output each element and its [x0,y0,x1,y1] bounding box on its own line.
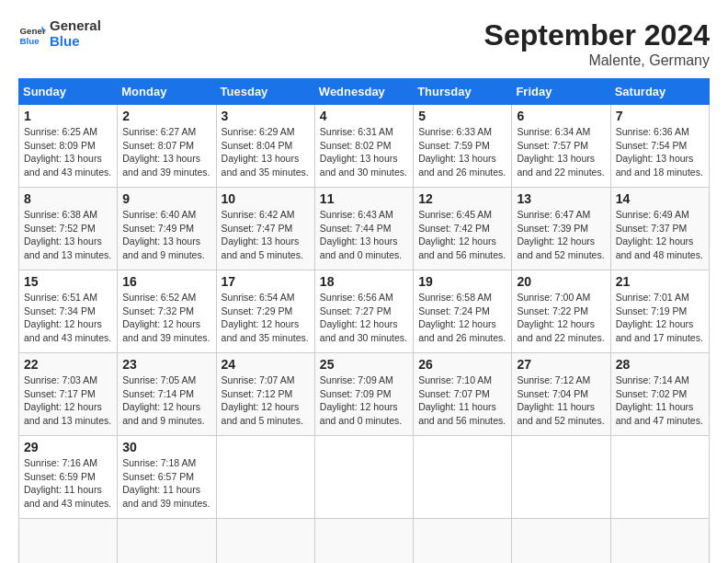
day-info: Sunrise: 7:16 AM Sunset: 6:59 PM Dayligh… [24,456,112,511]
day-number: 20 [517,274,605,289]
day-number: 4 [320,109,408,123]
day-number: 3 [222,109,310,123]
calendar-cell: 14 Sunrise: 6:49 AM Sunset: 7:37 PM Dayl… [610,188,709,270]
day-number: 16 [122,274,210,289]
calendar-cell: 23 Sunrise: 7:05 AM Sunset: 7:14 PM Dayl… [118,353,216,436]
day-info: Sunrise: 7:10 AM Sunset: 7:07 PM Dayligh… [418,373,506,428]
col-tuesday: Tuesday [216,79,314,105]
calendar-cell: 13 Sunrise: 6:47 AM Sunset: 7:39 PM Dayl… [512,188,610,270]
calendar-cell [118,519,216,564]
day-number: 11 [320,191,408,206]
col-sunday: Sunday [19,79,118,105]
day-number: 8 [24,191,112,206]
calendar-cell: 3 Sunrise: 6:29 AM Sunset: 8:04 PM Dayli… [216,105,314,188]
calendar-cell: 22 Sunrise: 7:03 AM Sunset: 7:17 PM Dayl… [19,353,118,436]
calendar-cell: 7 Sunrise: 6:36 AM Sunset: 7:54 PM Dayli… [610,105,709,188]
calendar-cell: 8 Sunrise: 6:38 AM Sunset: 7:52 PM Dayli… [19,188,118,270]
calendar-cell: 26 Sunrise: 7:10 AM Sunset: 7:07 PM Dayl… [414,353,512,436]
day-info: Sunrise: 7:12 AM Sunset: 7:04 PM Dayligh… [517,373,605,428]
calendar-cell: 5 Sunrise: 6:33 AM Sunset: 7:59 PM Dayli… [414,105,512,188]
calendar-cell [314,436,413,519]
calendar-cell: 20 Sunrise: 7:00 AM Sunset: 7:22 PM Dayl… [512,270,610,353]
svg-text:Blue: Blue [20,35,40,45]
day-number: 6 [517,109,605,123]
calendar-cell: 15 Sunrise: 6:51 AM Sunset: 7:34 PM Dayl… [19,270,118,353]
calendar-cell: 29 Sunrise: 7:16 AM Sunset: 6:59 PM Dayl… [19,436,118,519]
day-number: 14 [616,191,704,206]
logo: General Blue General Blue [18,18,101,49]
calendar-row-2: 15 Sunrise: 6:51 AM Sunset: 7:34 PM Dayl… [19,270,710,353]
day-number: 21 [616,274,704,289]
day-info: Sunrise: 6:33 AM Sunset: 7:59 PM Dayligh… [418,125,506,179]
day-number: 19 [418,274,506,289]
day-number: 26 [418,357,506,372]
logo-general: General [50,18,101,34]
calendar-row-3: 22 Sunrise: 7:03 AM Sunset: 7:17 PM Dayl… [19,353,710,436]
calendar-table: Sunday Monday Tuesday Wednesday Thursday… [18,78,710,563]
day-info: Sunrise: 6:51 AM Sunset: 7:34 PM Dayligh… [24,291,112,345]
day-number: 28 [616,357,704,372]
calendar-row-0: 1 Sunrise: 6:25 AM Sunset: 8:09 PM Dayli… [19,105,710,188]
calendar-cell: 12 Sunrise: 6:45 AM Sunset: 7:42 PM Dayl… [414,188,512,270]
day-info: Sunrise: 7:09 AM Sunset: 7:09 PM Dayligh… [320,373,408,428]
calendar-cell: 10 Sunrise: 6:42 AM Sunset: 7:47 PM Dayl… [216,188,314,270]
calendar-cell: 4 Sunrise: 6:31 AM Sunset: 8:02 PM Dayli… [314,105,413,188]
day-number: 24 [222,357,310,372]
day-info: Sunrise: 6:42 AM Sunset: 7:47 PM Dayligh… [222,208,310,262]
day-number: 25 [320,357,408,372]
day-number: 2 [122,109,210,123]
day-number: 15 [24,274,112,289]
calendar-cell [414,519,512,564]
day-number: 17 [222,274,310,289]
calendar-cell: 11 Sunrise: 6:43 AM Sunset: 7:44 PM Dayl… [314,188,413,270]
day-number: 29 [24,440,112,454]
calendar-cell: 18 Sunrise: 6:56 AM Sunset: 7:27 PM Dayl… [314,270,413,353]
calendar-cell: 6 Sunrise: 6:34 AM Sunset: 7:57 PM Dayli… [512,105,610,188]
calendar-cell [610,436,709,519]
day-info: Sunrise: 7:01 AM Sunset: 7:19 PM Dayligh… [616,291,704,345]
title-block: September 2024 Malente, Germany [484,18,710,69]
page-header: General Blue General Blue September 2024… [18,18,710,69]
day-info: Sunrise: 7:00 AM Sunset: 7:22 PM Dayligh… [517,291,605,345]
calendar-cell: 28 Sunrise: 7:14 AM Sunset: 7:02 PM Dayl… [610,353,709,436]
day-info: Sunrise: 6:58 AM Sunset: 7:24 PM Dayligh… [418,291,506,345]
day-info: Sunrise: 6:25 AM Sunset: 8:09 PM Dayligh… [24,125,112,179]
day-info: Sunrise: 7:14 AM Sunset: 7:02 PM Dayligh… [616,373,704,428]
day-info: Sunrise: 6:52 AM Sunset: 7:32 PM Dayligh… [122,291,210,345]
day-info: Sunrise: 6:43 AM Sunset: 7:44 PM Dayligh… [320,208,408,262]
calendar-cell: 19 Sunrise: 6:58 AM Sunset: 7:24 PM Dayl… [414,270,512,353]
day-info: Sunrise: 7:18 AM Sunset: 6:57 PM Dayligh… [122,456,210,511]
calendar-cell: 17 Sunrise: 6:54 AM Sunset: 7:29 PM Dayl… [216,270,314,353]
calendar-cell [19,519,118,564]
day-info: Sunrise: 6:56 AM Sunset: 7:27 PM Dayligh… [320,291,408,345]
calendar-cell: 9 Sunrise: 6:40 AM Sunset: 7:49 PM Dayli… [118,188,216,270]
day-number: 27 [517,357,605,372]
day-info: Sunrise: 6:29 AM Sunset: 8:04 PM Dayligh… [222,125,310,179]
calendar-cell: 27 Sunrise: 7:12 AM Sunset: 7:04 PM Dayl… [512,353,610,436]
calendar-cell [314,519,413,564]
calendar-row-4: 29 Sunrise: 7:16 AM Sunset: 6:59 PM Dayl… [19,436,710,519]
calendar-row-5 [19,519,710,564]
day-number: 10 [222,191,310,206]
day-number: 22 [24,357,112,372]
day-number: 7 [616,109,704,123]
day-info: Sunrise: 6:54 AM Sunset: 7:29 PM Dayligh… [222,291,310,345]
location: Malente, Germany [484,52,710,69]
day-number: 30 [122,440,210,454]
day-info: Sunrise: 6:49 AM Sunset: 7:37 PM Dayligh… [616,208,704,262]
day-info: Sunrise: 6:38 AM Sunset: 7:52 PM Dayligh… [24,208,112,262]
day-info: Sunrise: 6:27 AM Sunset: 8:07 PM Dayligh… [122,125,210,179]
calendar-cell [216,436,314,519]
logo-blue: Blue [50,34,101,50]
day-info: Sunrise: 7:03 AM Sunset: 7:17 PM Dayligh… [24,373,112,428]
day-number: 1 [24,109,112,123]
day-info: Sunrise: 6:40 AM Sunset: 7:49 PM Dayligh… [122,208,210,262]
col-friday: Friday [512,79,610,105]
calendar-cell: 1 Sunrise: 6:25 AM Sunset: 8:09 PM Dayli… [19,105,118,188]
day-number: 12 [418,191,506,206]
month-year: September 2024 [484,18,710,52]
day-info: Sunrise: 6:47 AM Sunset: 7:39 PM Dayligh… [517,208,605,262]
calendar-header-row: Sunday Monday Tuesday Wednesday Thursday… [19,79,710,105]
calendar-cell: 16 Sunrise: 6:52 AM Sunset: 7:32 PM Dayl… [118,270,216,353]
col-saturday: Saturday [610,79,709,105]
